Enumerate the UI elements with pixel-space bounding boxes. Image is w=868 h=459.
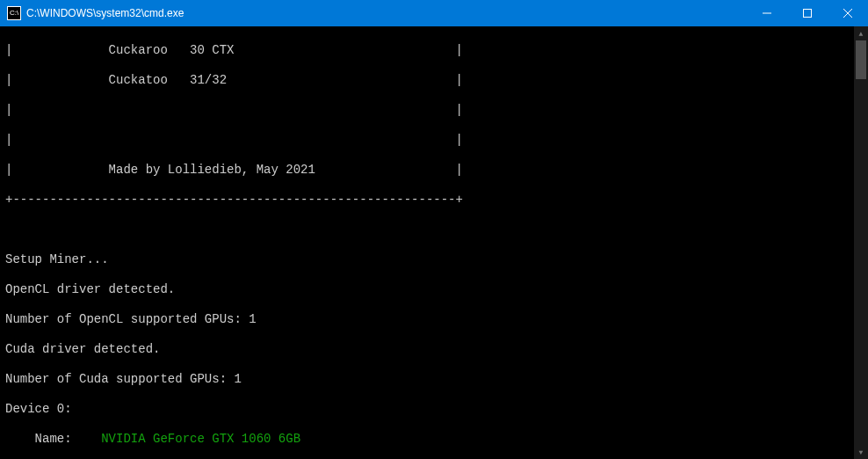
- setup-line: OpenCL driver detected.: [5, 282, 863, 297]
- scroll-up-icon[interactable]: ▲: [854, 26, 868, 40]
- header-credit: | Made by Lolliedieb, May 2021 |: [5, 163, 863, 178]
- header-divider: +---------------------------------------…: [5, 193, 863, 208]
- setup-line: Number of Cuda supported GPUs: 1: [5, 372, 863, 387]
- setup-line: Number of OpenCL supported GPUs: 1: [5, 312, 863, 327]
- svg-rect-1: [804, 10, 812, 18]
- window-titlebar: C:\ C:\WINDOWS\system32\cmd.exe: [0, 0, 868, 26]
- device-header: Device 0:: [5, 402, 863, 417]
- header-line: | |: [5, 103, 863, 118]
- gpu-name: NVIDIA GeForce GTX 1060 6GB: [101, 432, 300, 446]
- scroll-down-icon[interactable]: ▼: [854, 445, 868, 459]
- setup-line: Cuda driver detected.: [5, 342, 863, 357]
- minimize-button[interactable]: [747, 0, 787, 26]
- maximize-button[interactable]: [787, 0, 828, 26]
- setup-line: Setup Miner...: [5, 252, 863, 267]
- header-line: | Cuckaroo 30 CTX |: [5, 43, 863, 58]
- scrollbar-thumb[interactable]: [856, 40, 866, 79]
- device-name-label: Name:: [5, 432, 101, 446]
- close-button[interactable]: [828, 0, 868, 26]
- header-line: | |: [5, 133, 863, 148]
- cmd-icon: C:\: [7, 6, 21, 20]
- terminal-output: | Cuckaroo 30 CTX | | Cuckatoo 31/32 | |…: [0, 26, 868, 459]
- window-controls: [747, 0, 868, 26]
- vertical-scrollbar[interactable]: ▲ ▼: [854, 26, 868, 459]
- window-title: C:\WINDOWS\system32\cmd.exe: [26, 7, 747, 19]
- header-line: | Cuckatoo 31/32 |: [5, 73, 863, 88]
- blank-line: [5, 222, 863, 237]
- device-name-line: Name: NVIDIA GeForce GTX 1060 6GB: [5, 432, 863, 447]
